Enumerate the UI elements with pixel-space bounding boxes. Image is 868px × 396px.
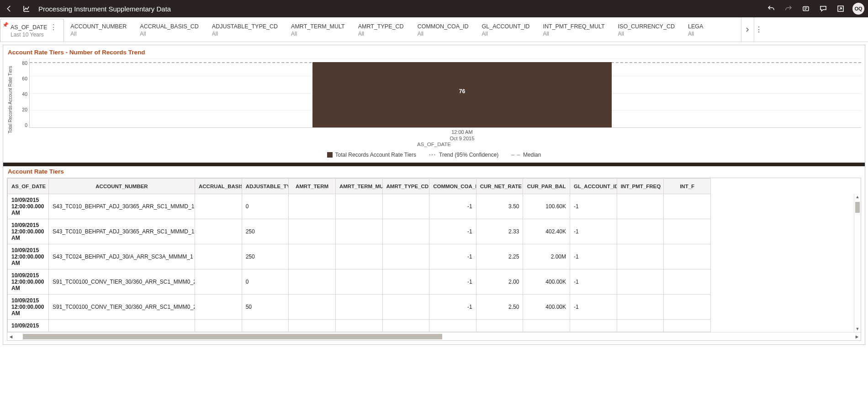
bar-value-label: 76 <box>459 88 465 95</box>
x-tick-label: 12:00 AM Oct 9 2015 <box>312 129 612 142</box>
back-button[interactable] <box>4 3 15 14</box>
col-header[interactable]: AMRT_TERM <box>289 179 336 194</box>
refresh-button[interactable] <box>800 3 811 14</box>
filter-chip-adjustable_type_cd[interactable]: ADJUSTABLE_TYPE_CDAll <box>206 17 285 42</box>
table-title: Account Rate Tiers <box>8 168 861 175</box>
col-header[interactable]: ADJUSTABLE_TYPE_CD <box>242 179 289 194</box>
col-header[interactable]: CUR_PAR_BAL <box>523 179 570 194</box>
chart-title: Account Rate Tiers - Number of Records T… <box>8 49 861 56</box>
plot-region[interactable]: 76 12:00 AM Oct 9 2015 <box>29 58 861 128</box>
col-header[interactable]: GL_ACCOUNT_ID <box>570 179 617 194</box>
filter-chip-iso_currency_cd[interactable]: ISO_CURRENCY_CDAll <box>612 17 682 42</box>
legend-series[interactable]: Total Records Account Rate Tiers <box>327 152 416 158</box>
scroll-right-icon[interactable]: ► <box>853 334 861 339</box>
data-table[interactable]: AS_OF_DATEACCOUNT_NUMBERACCRUAL_BASIS_CD… <box>7 178 711 332</box>
vertical-scroll-thumb[interactable] <box>855 202 860 213</box>
filter-bar: 📌AS_OF_DATE⋮Last 10 YearsACCOUNT_NUMBERA… <box>0 17 868 42</box>
redo-button[interactable] <box>783 3 794 14</box>
col-header[interactable]: INT_F <box>664 179 711 194</box>
horizontal-scroll-thumb[interactable] <box>23 334 442 339</box>
comment-button[interactable] <box>818 3 829 14</box>
col-header[interactable]: ACCOUNT_NUMBER <box>49 179 195 194</box>
filter-chip-as_of_date[interactable]: 📌AS_OF_DATE⋮Last 10 Years <box>0 19 64 42</box>
col-header[interactable]: AS_OF_DATE <box>8 179 49 194</box>
undo-button[interactable] <box>766 3 777 14</box>
col-header[interactable]: AMRT_TERM_MULT <box>335 179 382 194</box>
xaxis-title: AS_OF_DATE <box>7 142 861 147</box>
avatar[interactable]: OQ <box>852 3 864 15</box>
chart-area[interactable]: Total Records Account Rate Tiers 8060402… <box>7 58 861 141</box>
col-header[interactable]: COMMON_COA_ID <box>429 179 476 194</box>
filter-chip-account_number[interactable]: ACCOUNT_NUMBERAll <box>64 17 133 42</box>
dots-swatch-icon <box>429 152 436 158</box>
pin-icon: 📌 <box>2 22 9 28</box>
filter-chip-amrt_type_cd[interactable]: AMRT_TYPE_CDAll <box>352 17 411 42</box>
table-row[interactable]: 10/09/2015 12:00:00.000 AMS43_TC024_BEHP… <box>8 244 711 269</box>
legend-trend[interactable]: Trend (95% Confidence) <box>429 152 498 158</box>
table-row[interactable]: 10/09/2015 12:00:00.000 AMS43_TC010_BEHP… <box>8 194 711 219</box>
filter-chip-lega[interactable]: LEGAAll <box>682 17 741 42</box>
page-title: Processing Instrument Supplementary Data <box>38 5 171 13</box>
col-header[interactable]: ACCRUAL_BASIS_CD <box>195 179 242 194</box>
section-divider <box>3 163 865 166</box>
scroll-up-icon[interactable]: ▲ <box>854 194 861 200</box>
svg-rect-0 <box>803 7 809 11</box>
chart-icon <box>21 3 32 14</box>
table-row[interactable]: 10/09/2015 12:00:00.000 AMS91_TC00100_CO… <box>8 269 711 295</box>
table-row[interactable]: 10/09/2015 <box>8 320 711 332</box>
col-header[interactable]: CUR_NET_RATE <box>476 179 523 194</box>
filter-chip-accrual_basis_cd[interactable]: ACCRUAL_BASIS_CDAll <box>133 17 206 42</box>
filter-chip-int_pmt_freq_mult[interactable]: INT_PMT_FREQ_MULTAll <box>536 17 611 42</box>
scroll-left-icon[interactable]: ◄ <box>7 334 15 339</box>
table-row[interactable]: 10/09/2015 12:00:00.000 AMS43_TC010_BEHP… <box>8 219 711 244</box>
legend-median[interactable]: Median <box>511 152 541 158</box>
app-topbar: Processing Instrument Supplementary Data… <box>0 0 868 17</box>
table-row[interactable]: 10/09/2015 12:00:00.000 AMS91_TC00100_CO… <box>8 295 711 320</box>
chart-legend: Total Records Account Rate Tiers Trend (… <box>7 152 861 158</box>
filters-menu[interactable]: ⋮ <box>754 17 764 42</box>
export-button[interactable] <box>835 3 846 14</box>
square-swatch-icon <box>327 152 333 158</box>
table-container: AS_OF_DATEACCOUNT_NUMBERACCRUAL_BASIS_CD… <box>7 178 861 341</box>
bar-total-records[interactable]: 76 <box>312 62 612 127</box>
dash-swatch-icon <box>511 152 520 158</box>
yaxis-title: Total Records Account Rate Tiers <box>7 58 14 141</box>
y-ticks: 806040200 <box>14 58 29 141</box>
col-header[interactable]: INT_PMT_FREQ <box>617 179 664 194</box>
col-header[interactable]: AMRT_TYPE_CD <box>382 179 429 194</box>
filters-scroll-right[interactable] <box>741 17 754 42</box>
scroll-down-icon[interactable]: ▼ <box>854 326 861 332</box>
dashboard-card: Account Rate Tiers - Number of Records T… <box>3 45 865 345</box>
vertical-scrollbar[interactable]: ▲ ▼ <box>854 194 861 332</box>
filter-chip-gl_account_id[interactable]: GL_ACCOUNT_IDAll <box>476 17 537 42</box>
horizontal-scrollbar[interactable]: ◄ ► <box>7 332 861 340</box>
filter-chip-amrt_term_mult[interactable]: AMRT_TERM_MULTAll <box>285 17 352 42</box>
filter-chip-common_coa_id[interactable]: COMMON_COA_IDAll <box>411 17 476 42</box>
